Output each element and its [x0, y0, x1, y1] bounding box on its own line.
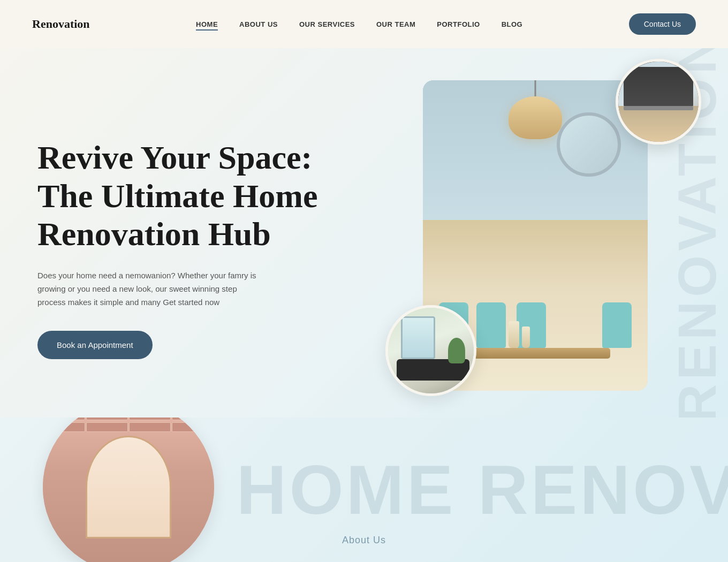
home-renovation-watermark: HOME RENOV [237, 450, 728, 530]
vase-1 [509, 321, 519, 348]
chair-3 [517, 302, 546, 348]
contact-button[interactable]: Contact Us [629, 13, 696, 35]
living-scene [388, 308, 474, 393]
brick [43, 417, 85, 420]
nav-services[interactable]: OUR SERVICES [299, 20, 355, 28]
brick [172, 417, 214, 420]
brick-scene [43, 417, 214, 562]
dining-table [460, 348, 610, 359]
brick [129, 422, 171, 432]
brick [129, 417, 171, 420]
hero-title: Revive Your Space: The Ultimate Home Ren… [37, 139, 321, 253]
chair-2 [476, 302, 506, 348]
brick [172, 422, 214, 432]
nav-home[interactable]: HOME [196, 20, 218, 31]
nav-portfolio[interactable]: PORTFOLIO [437, 20, 480, 28]
brick-row-1 [43, 417, 214, 420]
nav-logo[interactable]: Renovation [32, 17, 90, 31]
hero-images [423, 59, 674, 401]
navbar: Renovation HOME ABOUT US OUR SERVICES OU… [0, 0, 728, 48]
arch [86, 436, 171, 538]
brick [43, 422, 85, 432]
hero-content: Revive Your Space: The Ultimate Home Ren… [0, 107, 321, 359]
book-appointment-button[interactable]: Book an Appointment [37, 331, 153, 359]
lamp-shade [509, 96, 562, 139]
about-us-label[interactable]: About Us [342, 535, 386, 546]
circle-image-top [616, 59, 701, 145]
nav-about[interactable]: ABOUT US [239, 20, 278, 28]
hero-section: Revive Your Space: The Ultimate Home Ren… [0, 0, 728, 417]
wall-mirror [557, 112, 621, 177]
brick-row-2 [43, 422, 214, 431]
brick [86, 422, 128, 432]
nav-links: HOME ABOUT US OUR SERVICES OUR TEAM PORT… [196, 19, 522, 29]
chair-4 [602, 302, 632, 348]
nav-blog[interactable]: BLOG [502, 20, 523, 28]
bottom-decorative-circle [43, 417, 214, 562]
lamp-cord [535, 80, 536, 97]
vase-2 [522, 326, 530, 348]
bottom-section: HOME RENOV About Us [0, 417, 728, 562]
nav-team[interactable]: OUR TEAM [376, 20, 415, 28]
kitchen-scene [618, 62, 699, 142]
circle-image-bottom [385, 305, 476, 396]
brick [86, 417, 128, 420]
hero-description: Does your home need a nemowanion? Whethe… [37, 269, 262, 309]
